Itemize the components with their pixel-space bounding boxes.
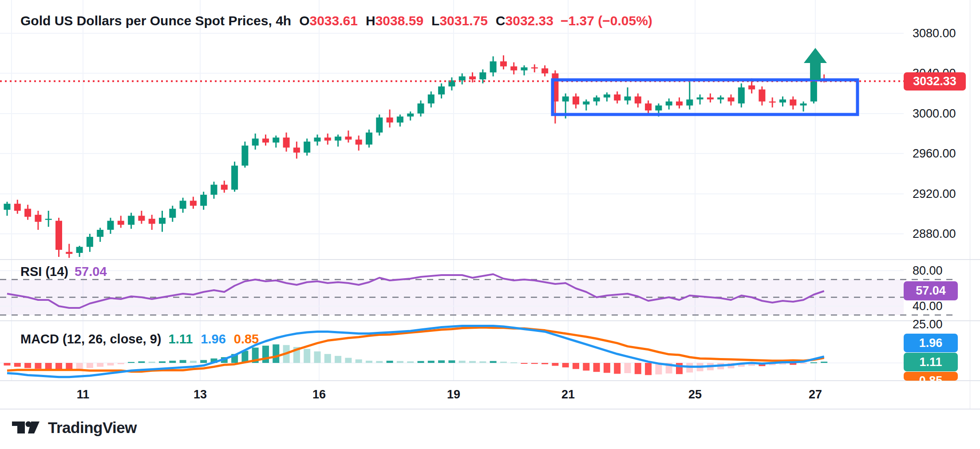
- tradingview-logo-icon: [12, 421, 40, 434]
- tradingview-logo[interactable]: TradingView: [12, 419, 137, 437]
- chart-canvas[interactable]: [0, 0, 980, 449]
- chart-root: Gold US Dollars per Ounce Spot Prices, 4…: [0, 0, 980, 449]
- tradingview-logo-text: TradingView: [48, 419, 137, 437]
